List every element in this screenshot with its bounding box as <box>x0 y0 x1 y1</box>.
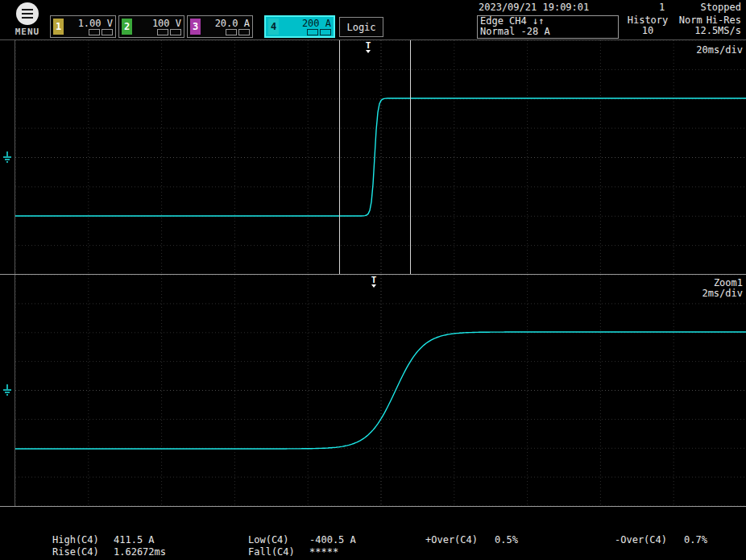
channel2-button[interactable]: 2 100 V <box>118 15 184 38</box>
channel1-probe-icon <box>102 29 113 35</box>
trigger-position-marker-zoom[interactable]: T <box>369 276 379 288</box>
main-grid-and-waveform <box>15 40 746 275</box>
bottom-divider <box>0 506 746 507</box>
measurement-fall: Fall(C4)***** <box>248 546 338 558</box>
trigger-info-box[interactable]: Edge CH4 ↓↑ Normal -28 A <box>477 15 619 39</box>
channel2-scale: 100 V <box>152 19 181 28</box>
measurement-plus-over: +Over(C4)0.5% <box>425 534 518 545</box>
channel2-badge: 2 <box>122 19 132 35</box>
resolution-mode: Hi-Res <box>707 15 741 26</box>
channel2-probe-icon <box>170 29 181 35</box>
measurement-high: High(C4)411.5 A <box>52 534 155 545</box>
measurement-minus-over: -Over(C4)0.7% <box>615 534 707 545</box>
channel3-button[interactable]: 3 20.0 A <box>187 15 253 38</box>
channel1-button[interactable]: 1 1.00 V <box>50 15 116 38</box>
channel3-scale: 20.0 A <box>215 19 250 28</box>
oscilloscope-screen: MENU 1 1.00 V 2 100 V 3 20.0 A <box>0 0 746 560</box>
menu-label: MENU <box>10 27 45 37</box>
trigger-level: Normal -28 A <box>480 27 615 37</box>
main-timebase-label: 20ms/div <box>696 44 743 56</box>
run-state: Stopped <box>700 2 741 13</box>
zoom-timebase-label: 2ms/div <box>702 288 743 299</box>
datetime: 2023/09/21 19:09:01 <box>479 2 589 13</box>
main-waveform-window: T 20ms/div <box>15 40 746 275</box>
menu-button[interactable]: MENU <box>10 2 45 39</box>
zoom-cursor-right[interactable] <box>410 40 411 275</box>
channel3-probe-icon <box>238 29 250 35</box>
channel3-badge: 3 <box>190 19 201 35</box>
channel4-button-selected[interactable]: 4 200 A <box>264 15 335 38</box>
logic-label: Logic <box>346 22 375 33</box>
logic-button[interactable]: Logic <box>339 17 383 37</box>
channel2-coupling-icon <box>157 29 168 35</box>
channel4-scale: 200 A <box>302 19 331 28</box>
channel1-scale: 1.00 V <box>78 19 113 28</box>
acq-mode: Norm <box>679 15 702 26</box>
acquisition-count: 1 <box>659 2 665 13</box>
ground-symbol-icon <box>2 384 12 396</box>
measurement-bar: High(C4)411.5 A Rise(C4)1.62672ms Low(C4… <box>0 534 746 560</box>
trigger-position-marker-main[interactable]: T <box>363 42 373 53</box>
status-area: 2023/09/21 19:09:01 1 Stopped Edge CH4 ↓… <box>477 2 743 39</box>
channel4-probe-icon <box>320 29 331 35</box>
ground-symbol-icon <box>2 151 12 164</box>
zoom-grid-and-waveform <box>15 275 746 506</box>
channel1-coupling-icon <box>89 29 100 35</box>
channel4-coupling-icon <box>307 29 318 35</box>
channel1-badge: 1 <box>53 19 64 35</box>
channel3-coupling-icon <box>226 29 237 35</box>
zoom-cursor-left[interactable] <box>339 40 340 275</box>
history-info[interactable]: History 10 <box>624 15 672 36</box>
ch4-position-marker-zoom[interactable] <box>2 384 12 400</box>
zoom-waveform-window: T Zoom1 2ms/div <box>15 275 746 506</box>
history-value: 10 <box>624 26 672 36</box>
sample-rate: 12.5MS/s <box>667 26 741 36</box>
measurement-low: Low(C4)-400.5 A <box>248 534 356 545</box>
acquisition-mode-info: NormHi-Res 12.5MS/s <box>667 15 741 36</box>
channel4-badge: 4 <box>268 19 279 35</box>
ch4-position-marker-main[interactable] <box>2 151 12 167</box>
zoom-window-label: Zoom1 <box>714 277 743 288</box>
measurement-rise: Rise(C4)1.62672ms <box>52 546 166 558</box>
window-divider <box>0 274 746 275</box>
hamburger-menu-icon <box>16 2 39 25</box>
